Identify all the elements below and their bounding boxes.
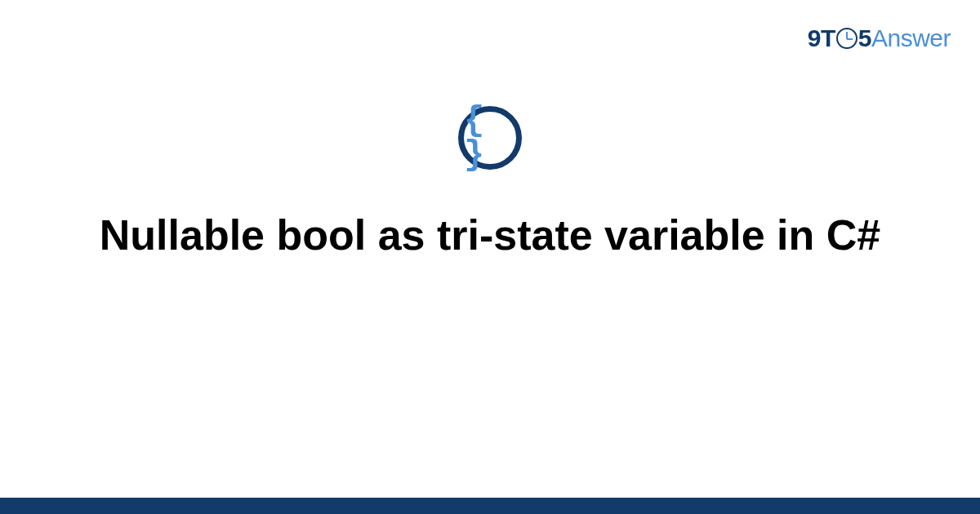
clock-icon	[836, 28, 858, 49]
logo-text-five: 5	[858, 24, 871, 51]
logo-text-answer: Answer	[871, 24, 951, 51]
brand-logo: 9T5Answer	[808, 24, 951, 52]
code-icon: { }	[458, 106, 522, 170]
logo-text-nine: 9	[808, 24, 821, 51]
main-content: { } Nullable bool as tri-state variable …	[0, 106, 980, 262]
code-braces-icon: { }	[464, 104, 516, 172]
logo-text-t: T	[821, 24, 835, 51]
footer-bar	[0, 498, 980, 514]
page-title: Nullable bool as tri-state variable in C…	[100, 209, 881, 262]
